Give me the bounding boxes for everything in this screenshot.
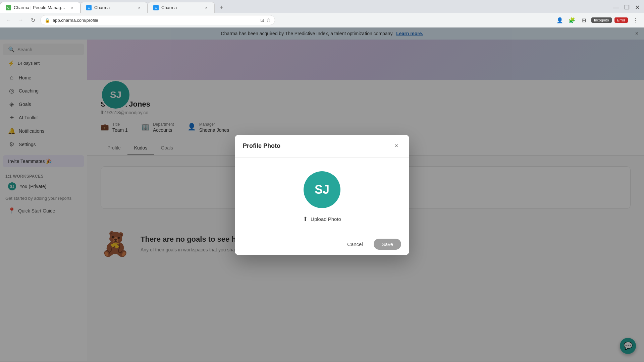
modal-close-button[interactable]: ×: [392, 141, 401, 151]
tab-close-3[interactable]: ×: [204, 5, 209, 10]
back-button[interactable]: ←: [4, 15, 13, 25]
tab-close-1[interactable]: ×: [69, 5, 75, 10]
cancel-button[interactable]: Cancel: [342, 239, 368, 250]
maximize-button[interactable]: ❐: [623, 2, 631, 12]
modal-overlay: Profile Photo × SJ ⬆ Upload Photo Cancel…: [0, 27, 644, 362]
modal-footer: Cancel Save: [235, 233, 409, 255]
profile-icon[interactable]: 👤: [555, 15, 565, 25]
cast-icon: ⊡: [260, 17, 264, 23]
tab-favicon-2: C: [86, 5, 92, 10]
new-tab-button[interactable]: +: [216, 2, 227, 13]
tab-title-2: Charma: [94, 5, 134, 10]
tab-2[interactable]: C Charma ×: [80, 2, 148, 13]
modal-title: Profile Photo: [243, 142, 280, 149]
tab-close-2[interactable]: ×: [137, 5, 142, 10]
close-window-button[interactable]: ✕: [634, 2, 641, 12]
browser-chrome: C Charma | People Management ... × C Cha…: [0, 0, 644, 27]
profile-photo-modal: Profile Photo × SJ ⬆ Upload Photo Cancel…: [235, 135, 409, 255]
modal-avatar: SJ: [304, 171, 340, 208]
upload-photo-button[interactable]: ⬆ Upload Photo: [299, 214, 345, 225]
bookmarks-icon[interactable]: ⊞: [579, 15, 589, 25]
url-display: app.charma.com/profile: [53, 18, 258, 23]
menu-icon[interactable]: ⋮: [631, 15, 640, 25]
minimize-button[interactable]: —: [611, 3, 620, 12]
tab-bar: C Charma | People Management ... × C Cha…: [0, 0, 644, 13]
reload-button[interactable]: ↻: [28, 15, 38, 25]
save-button[interactable]: Save: [374, 239, 401, 250]
incognito-badge: Incognito: [591, 17, 612, 23]
error-badge: Error: [614, 17, 628, 23]
tab-title-1: Charma | People Management ...: [14, 5, 67, 10]
bookmark-icon[interactable]: ☆: [266, 17, 271, 23]
modal-body: SJ ⬆ Upload Photo: [235, 158, 409, 233]
tab-1[interactable]: C Charma | People Management ... ×: [0, 2, 80, 13]
modal-header: Profile Photo ×: [235, 135, 409, 158]
upload-icon: ⬆: [303, 216, 308, 223]
address-bar[interactable]: 🔒 app.charma.com/profile ⊡ ☆: [40, 15, 275, 25]
tab-favicon-1: C: [6, 5, 11, 10]
extension-icon[interactable]: 🧩: [567, 15, 577, 25]
tab-title-3: Charma: [161, 5, 201, 10]
tab-3[interactable]: C Charma ×: [148, 2, 215, 13]
address-bar-row: ← → ↻ 🔒 app.charma.com/profile ⊡ ☆ 👤 🧩 ⊞…: [0, 13, 644, 27]
lock-icon: 🔒: [45, 18, 50, 23]
tab-favicon-3: C: [153, 5, 159, 10]
upload-label: Upload Photo: [311, 216, 341, 222]
forward-button[interactable]: →: [16, 15, 25, 25]
